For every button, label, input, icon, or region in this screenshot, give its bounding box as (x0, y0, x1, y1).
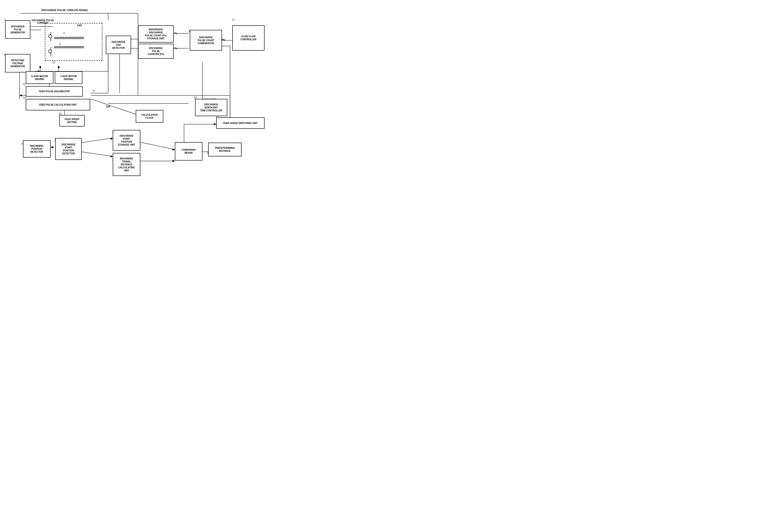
electrode-node-top (48, 35, 52, 38)
comparing-means-label: COMPARINGMEANS (181, 148, 196, 154)
svg-marker-30 (52, 146, 54, 148)
svg-line-33 (82, 152, 113, 156)
discharge-gap-detector-label: DISCHARGEGAPDETECTOR (112, 40, 125, 49)
discharge-pulse-counter-label: DISCHARGEPULSECOUNTER (Px) (148, 47, 164, 56)
y-axis-motor-driving-label: Y-AXIS MOTORDRIVING (60, 75, 77, 81)
calculation-clock-block: CALCULATIONCLOCK (136, 110, 163, 123)
px-label: Px (174, 47, 177, 50)
svg-line-31 (82, 138, 113, 143)
comparing-means-block: COMPARINGMEANS (175, 142, 202, 161)
calculation-clock-label: CALCULATIONCLOCK (141, 113, 158, 119)
electrode-top (54, 37, 84, 39)
number-17: 17 (232, 18, 235, 21)
discharge-start-position-detector-label: DISCHARGESTARTPOSITIONDETECTOR (61, 143, 75, 155)
feed-speed-setting-label: FEED SPEEDSETTING (65, 118, 79, 124)
feed-speed-switching-unit-block: FEED SPEED SWITCHING UNIT (216, 117, 265, 129)
discharge-pulse-generator-block: DISCHARGEPULSEGENERATOR (5, 20, 30, 39)
svg-line-22 (91, 99, 138, 115)
feed-pulse-distributor-block: FEED PULSE DISLRIBUTOR (26, 86, 83, 97)
t-label: T (93, 90, 95, 92)
discharge-pulse-generator-label: DISCHARGEPULSEGENERATOR (11, 25, 25, 34)
discharge-pulse-turn-on-signal-label: DISCHARGE PULSE TURN-ON SIGNAL (41, 9, 88, 12)
feed-pulse-calculating-unit-label: FEED PULSE CALCULATING UNIT (39, 103, 77, 106)
x-axis-motor-driving-block: X-AXIS MOTORDRIVING (26, 71, 53, 84)
feed-pulse-calculating-unit-block: FEED PULSE CALCULATING UNIT (26, 99, 90, 110)
detecting-voltage-generator-block: DETECTINGVOLTAGEGENERATOR (5, 54, 30, 72)
diagram: 1 2 3 3 4 5 6 7 8 9 10 11 12 13 14 15 16… (0, 0, 276, 191)
predetermined-distance-label: PREDETERMINEDDISTANCE (215, 147, 235, 152)
discharge-quiescent-time-controller-label: DISCHARGEQUIESCENTTIME CONTROLLER (200, 103, 222, 112)
svg-marker-16 (20, 95, 22, 96)
svg-marker-36 (173, 160, 175, 162)
number-13: 13 (23, 96, 26, 99)
reference-discharge-pulse-count-label: REFERENCEDISCHARGEPULSE COUNT (Ps)STORAG… (145, 28, 167, 40)
discharge-pulse-count-comparator-label: DISCHARGEPULSE COUNTCOMPARATOR (198, 36, 214, 45)
svg-marker-10 (39, 66, 41, 68)
toff-label: Toff (106, 105, 110, 108)
svg-marker-12 (58, 66, 60, 68)
discharge-start-position-storage-label: DISCHARGESTARTPOSITIONSTORAGE UNIT (118, 134, 135, 146)
discharge-quiescent-time-controller-block: DISCHARGEQUIESCENTTIME CONTROLLER (195, 99, 227, 116)
discharge-gap-detector-block: DISCHARGEGAPDETECTOR (106, 36, 131, 54)
machining-position-detector-block: MACHININGPOSITIONDETECTOR (23, 140, 51, 158)
number-12: 12 (23, 83, 26, 86)
discharge-start-position-storage-block: DISCHARGESTARTPOSITIONSTORAGE UNIT (113, 130, 140, 151)
discharge-pulse-count-comparator-block: DISCHARGEPULSE COUNTCOMPARATOR (190, 30, 222, 51)
discharge-pulse-counter-block: DISCHARGEPULSECOUNTER (Px) (138, 44, 174, 59)
svg-marker-34 (110, 155, 113, 157)
discharge-start-position-detector-block: DISCHARGESTARTPOSITIONDETECTOR (55, 138, 82, 160)
ps-label: Ps (174, 32, 177, 35)
feed-speed-switching-unit-label: FEED SPEED SWITCHING UNIT (223, 122, 257, 125)
machining-travel-distance-block: MACHININGTRAVELDISTANCECALCULATINGUNIT (113, 153, 140, 176)
number-15: 15 (59, 112, 61, 115)
number-11: 11 (52, 61, 55, 64)
gap-dashed-box (45, 23, 102, 61)
y-axis-motor-driving-block: Y-AXIS MOTORDRIVING (55, 71, 82, 84)
fluid-flow-controller-block: FLUID FLOWCONTROLLER (232, 25, 265, 51)
x-axis-motor-driving-label: X-AXIS MOTORDRIVING (31, 75, 48, 81)
number-16: 16 (194, 96, 197, 99)
feed-pulse-distributor-label: FEED PULSE DISLRIBUTOR (39, 90, 70, 93)
fluid-flow-controller-label: FLUID FLOWCONTROLLER (240, 35, 256, 41)
reference-discharge-pulse-count-block: REFERENCEDISCHARGEPULSE COUNT (Ps)STORAG… (138, 25, 174, 43)
svg-marker-32 (110, 138, 113, 140)
electrode-node-bottom (48, 49, 52, 53)
machining-travel-distance-label: MACHININGTRAVELDISTANCECALCULATINGUNIT (118, 157, 135, 172)
svg-marker-43 (214, 123, 216, 125)
svg-marker-38 (173, 149, 175, 150)
feed-speed-setting-block: FEED SPEEDSETTING (59, 115, 85, 127)
detecting-voltage-generator-label: DETECTINGVOLTAGEGENERATOR (11, 59, 25, 68)
electrode-bottom (54, 46, 84, 48)
predetermined-distance-block: PREDETERMINEDDISTANCE (208, 143, 242, 156)
machining-position-detector-label: MACHININGPOSITIONDETECTOR (30, 144, 43, 153)
